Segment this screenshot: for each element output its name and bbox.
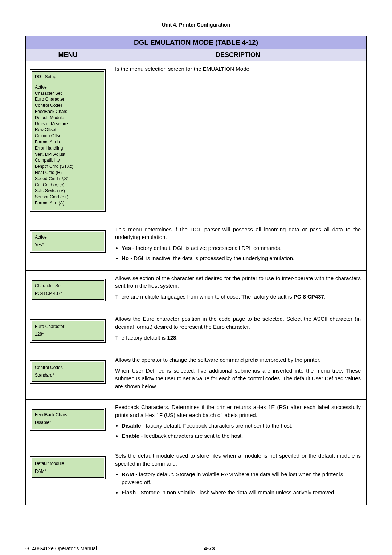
- col-menu-header: MENU: [26, 49, 110, 61]
- panel-list-item: Column Offset: [35, 133, 101, 139]
- menu-panel-euro: Euro Character 128*: [30, 319, 106, 343]
- panel-title: DGL Setup: [35, 74, 101, 80]
- menu-panel-feedback: FeedBack Chars Disable*: [30, 408, 106, 431]
- desc-text: Sets the default module used to store fi…: [115, 452, 361, 468]
- desc-text: Allows the operator to change the softwa…: [115, 356, 361, 364]
- desc-cell: Is the menu selection screen for the EMU…: [110, 61, 367, 222]
- desc-cell: Allows the Euro character position in th…: [110, 311, 367, 352]
- desc-list: Disable - factory default. Feedback char…: [122, 422, 361, 440]
- panel-label: Default Module: [35, 461, 101, 467]
- menu-cell: Default Module RAM*: [26, 448, 110, 505]
- desc-text: The factory default is 128.: [115, 334, 361, 342]
- desc-cell: Sets the default module used to store fi…: [110, 448, 367, 505]
- panel-list-item: Control Codes: [35, 102, 101, 109]
- panel-label: FeedBack Chars: [35, 412, 101, 418]
- desc-cell: Feedback Characters. Determines if the p…: [110, 399, 367, 448]
- desc-text: Allows the Euro character position in th…: [115, 315, 361, 331]
- panel-value: 128*: [35, 331, 101, 337]
- menu-panel-active: Active Yes*: [30, 230, 106, 253]
- desc-text: Feedback Characters. Determines if the p…: [115, 403, 361, 419]
- panel-list-item: Active: [35, 84, 101, 90]
- page-header: Unit 4: Printer Configuration: [25, 22, 367, 28]
- desc-text: This menu determines if the DGL parser w…: [115, 226, 361, 242]
- list-item: No - DGL is inactive; the data is proces…: [122, 254, 361, 262]
- menu-cell: DGL Setup ActiveCharacter SetEuro Charac…: [26, 61, 110, 222]
- panel-list-item: Format Attrib.: [35, 139, 101, 145]
- desc-cell: Allows the operator to change the softwa…: [110, 352, 367, 399]
- panel-label: Active: [35, 234, 101, 240]
- panel-list-item: Character Set: [35, 90, 101, 97]
- menu-panel-dgl-setup: DGL Setup ActiveCharacter SetEuro Charac…: [30, 69, 106, 212]
- menu-cell: Character Set PC-8 CP 437*: [26, 270, 110, 311]
- menu-panel-controlcodes: Control Codes Standard*: [30, 360, 106, 384]
- table-row: Control Codes Standard* Allows the opera…: [26, 352, 366, 399]
- menu-cell: FeedBack Chars Disable*: [26, 399, 110, 448]
- list-item: RAM - factory default. Storage in volati…: [122, 470, 361, 486]
- footer-left: GL408-412e Operator’s Manual: [25, 546, 97, 551]
- panel-list-item: Sensor Cmd (e,r): [35, 194, 101, 200]
- page-number: 4-73: [204, 545, 215, 551]
- table-row: DGL Setup ActiveCharacter SetEuro Charac…: [26, 61, 366, 222]
- menu-panel-defaultmodule: Default Module RAM*: [30, 456, 106, 479]
- table-row: FeedBack Chars Disable* Feedback Charact…: [26, 399, 366, 448]
- panel-list-item: FeedBack Chars: [35, 109, 101, 115]
- desc-cell: Allows selection of the character set de…: [110, 270, 367, 311]
- panel-list-item: Soft. Switch (V): [35, 188, 101, 194]
- panel-list-item: Row Offset: [35, 127, 101, 133]
- page-footer: GL408-412e Operator’s Manual 4-73 .: [25, 545, 367, 551]
- panel-value: Disable*: [35, 420, 101, 426]
- list-item: Flash - Storage in non-volatile Flash wh…: [122, 489, 361, 497]
- panel-list-item: Vert. DPI Adjust: [35, 151, 101, 158]
- desc-list: Yes - factory default. DGL is active; pr…: [122, 244, 361, 262]
- desc-text: There are mulitple languages from which …: [115, 293, 361, 301]
- table-row: Active Yes* This menu determines if the …: [26, 222, 366, 270]
- menu-cell: Control Codes Standard*: [26, 352, 110, 399]
- list-item: Disable - factory default. Feedback char…: [122, 422, 361, 430]
- list-item: Enable - feedback characters are sent to…: [122, 432, 361, 440]
- panel-value: PC-8 CP 437*: [35, 291, 101, 297]
- panel-label: Character Set: [35, 283, 101, 289]
- list-item: Yes - factory default. DGL is active; pr…: [122, 244, 361, 252]
- panel-list: ActiveCharacter SetEuro CharacterControl…: [35, 84, 101, 206]
- panel-list-item: Format Attr. (A): [35, 200, 101, 206]
- panel-list-item: Units of Measure: [35, 121, 101, 127]
- panel-value: Yes*: [35, 242, 101, 248]
- desc-list: RAM - factory default. Storage in volati…: [122, 470, 361, 496]
- panel-label: Euro Character: [35, 324, 101, 330]
- menu-cell: Euro Character 128*: [26, 311, 110, 352]
- table-row: Character Set PC-8 CP 437* Allows select…: [26, 270, 366, 311]
- desc-text: Allows selection of the character set de…: [115, 274, 361, 290]
- panel-list-item: Cut Cmd (o,:,c): [35, 182, 101, 188]
- table-row: Euro Character 128* Allows the Euro char…: [26, 311, 366, 352]
- panel-list-item: Error Handling: [35, 145, 101, 151]
- desc-text: Is the menu selection screen for the EMU…: [115, 65, 361, 73]
- table-row: Default Module RAM* Sets the default mod…: [26, 448, 366, 505]
- panel-label: Control Codes: [35, 365, 101, 371]
- panel-list-item: Default Module: [35, 115, 101, 121]
- table-title: DGL EMULATION MODE (TABLE 4-12): [26, 36, 366, 49]
- emulation-table: DGL EMULATION MODE (TABLE 4-12) MENU DES…: [25, 36, 367, 505]
- menu-cell: Active Yes*: [26, 222, 110, 270]
- panel-list-item: Heat Cmd (H): [35, 170, 101, 176]
- col-desc-header: DESCRIPTION: [110, 49, 367, 61]
- panel-list-item: Compatibility: [35, 157, 101, 163]
- panel-list-item: Length Cmd (STXc): [35, 163, 101, 170]
- desc-cell: This menu determines if the DGL parser w…: [110, 222, 367, 270]
- panel-value: RAM*: [35, 468, 101, 474]
- panel-list-item: Speed Cmd (P,S): [35, 176, 101, 182]
- panel-value: Standard*: [35, 372, 101, 378]
- desc-text: When User Defined is selected, five addi…: [115, 367, 361, 390]
- menu-panel-charset: Character Set PC-8 CP 437*: [30, 279, 106, 302]
- panel-list-item: Euro Character: [35, 96, 101, 102]
